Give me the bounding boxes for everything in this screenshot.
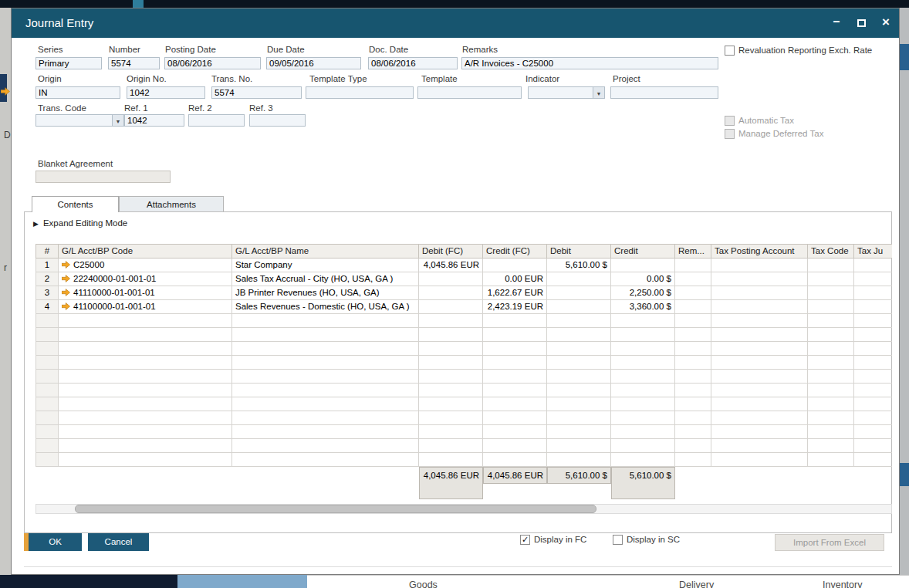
ref1-field[interactable]: 1042: [124, 114, 184, 127]
cell-tax-code[interactable]: [808, 342, 854, 356]
cell-debit[interactable]: 5,610.00 $: [547, 259, 611, 272]
cell-row-number[interactable]: [35, 328, 59, 342]
cell-row-number[interactable]: 2: [35, 272, 59, 286]
cell-row-number[interactable]: 4: [35, 300, 59, 314]
cell-row-number[interactable]: [35, 384, 59, 397]
cell-tax-code[interactable]: [808, 272, 854, 286]
cell-debit-fc[interactable]: [419, 439, 483, 453]
cell-tax-jurisdiction[interactable]: [854, 384, 892, 397]
expand-editing-mode[interactable]: ▶Expand Editing Mode: [33, 218, 127, 228]
cell-tax-code[interactable]: [808, 286, 854, 300]
cell-row-number[interactable]: [35, 314, 59, 328]
cell-tax-jurisdiction[interactable]: [854, 370, 892, 384]
cell-rem[interactable]: [675, 300, 711, 314]
cell-gl-acct-bp-code[interactable]: [59, 439, 232, 453]
cell-tax-jurisdiction[interactable]: [854, 397, 892, 411]
cell-tax-jurisdiction[interactable]: [854, 300, 892, 314]
cell-debit-fc[interactable]: [419, 272, 483, 286]
cell-tax-posting-account[interactable]: [711, 342, 808, 356]
cell-rem[interactable]: [675, 259, 711, 272]
cell-gl-acct-bp-code[interactable]: 41100000-01-001-01: [59, 300, 232, 314]
cell-tax-posting-account[interactable]: [711, 384, 808, 397]
cell-tax-posting-account[interactable]: [711, 397, 808, 411]
cell-credit[interactable]: [611, 439, 675, 453]
chevron-down-icon[interactable]: ▼: [112, 115, 123, 126]
cell-credit-fc[interactable]: [483, 356, 547, 370]
cell-tax-code[interactable]: [808, 411, 854, 425]
cell-gl-acct-bp-code[interactable]: [59, 328, 232, 342]
cell-credit-fc[interactable]: [483, 259, 547, 272]
cell-gl-acct-bp-name[interactable]: [232, 384, 419, 397]
cell-row-number[interactable]: [35, 342, 59, 356]
cell-credit-fc[interactable]: [483, 453, 547, 467]
close-icon[interactable]: ×: [877, 15, 894, 31]
cell-debit[interactable]: [547, 439, 611, 453]
cell-debit-fc[interactable]: [419, 370, 483, 384]
cell-debit[interactable]: [547, 328, 611, 342]
cell-credit-fc[interactable]: [483, 397, 547, 411]
cell-debit-fc[interactable]: [419, 411, 483, 425]
cell-credit-fc[interactable]: [483, 439, 547, 453]
cell-credit-fc[interactable]: [483, 370, 547, 384]
cell-debit[interactable]: [547, 397, 611, 411]
cell-rem[interactable]: [675, 342, 711, 356]
number-field[interactable]: 5574: [108, 57, 160, 69]
cell-tax-posting-account[interactable]: [711, 439, 808, 453]
cell-gl-acct-bp-name[interactable]: [232, 397, 419, 411]
cell-debit-fc[interactable]: [419, 328, 483, 342]
cell-gl-acct-bp-name[interactable]: [232, 453, 419, 467]
cell-gl-acct-bp-code[interactable]: [59, 397, 232, 411]
chevron-down-icon[interactable]: ▼: [593, 87, 604, 98]
cell-tax-posting-account[interactable]: [711, 286, 808, 300]
cell-credit-fc[interactable]: [483, 342, 547, 356]
cell-credit-fc[interactable]: [483, 411, 547, 425]
cell-row-number[interactable]: 3: [35, 286, 59, 300]
ok-button[interactable]: OK: [29, 533, 82, 551]
ref3-field[interactable]: [249, 114, 306, 127]
cell-gl-acct-bp-code[interactable]: [59, 425, 232, 439]
cell-debit-fc[interactable]: [419, 384, 483, 397]
cell-tax-code[interactable]: [808, 314, 854, 328]
cell-gl-acct-bp-code[interactable]: [59, 370, 232, 384]
cell-gl-acct-bp-name[interactable]: Sales Tax Accrual - City (HO, USA, GA ): [232, 272, 419, 286]
cell-gl-acct-bp-name[interactable]: JB Printer Revenues (HO, USA, GA): [232, 286, 419, 300]
cell-tax-code[interactable]: [808, 356, 854, 370]
link-arrow-icon[interactable]: [62, 273, 70, 286]
cell-tax-jurisdiction[interactable]: [854, 342, 892, 356]
remarks-field[interactable]: A/R Invoices - C25000: [461, 57, 718, 69]
origin-no-field[interactable]: 1042: [127, 86, 205, 99]
cell-credit[interactable]: [611, 314, 675, 328]
cell-gl-acct-bp-name[interactable]: [232, 314, 419, 328]
cell-gl-acct-bp-code[interactable]: [59, 411, 232, 425]
display-in-sc-checkbox[interactable]: [613, 535, 623, 545]
template-field[interactable]: [417, 86, 522, 99]
cell-rem[interactable]: [675, 384, 711, 397]
cell-rem[interactable]: [675, 439, 711, 453]
cell-debit-fc[interactable]: [419, 314, 483, 328]
cell-credit-fc[interactable]: [483, 314, 547, 328]
doc-date-field[interactable]: 08/06/2016: [368, 57, 458, 69]
cell-credit-fc[interactable]: 1,622.67 EUR: [483, 286, 547, 300]
cell-rem[interactable]: [675, 286, 711, 300]
cell-tax-jurisdiction[interactable]: [854, 425, 892, 439]
maximize-icon[interactable]: [853, 15, 870, 31]
cell-credit[interactable]: [611, 259, 675, 272]
cell-gl-acct-bp-name[interactable]: [232, 328, 419, 342]
cell-tax-code[interactable]: [808, 439, 854, 453]
cell-row-number[interactable]: [35, 439, 59, 453]
cell-debit[interactable]: [547, 370, 611, 384]
cell-credit[interactable]: 0.00 $: [611, 272, 675, 286]
trans-code-dropdown[interactable]: ▼: [35, 114, 124, 127]
cell-tax-posting-account[interactable]: [711, 259, 808, 272]
cell-row-number[interactable]: [35, 425, 59, 439]
tab-attachments[interactable]: Attachments: [119, 196, 224, 212]
cell-gl-acct-bp-name[interactable]: [232, 439, 419, 453]
cell-debit-fc[interactable]: [419, 425, 483, 439]
cell-gl-acct-bp-code[interactable]: 22240000-01-001-01: [59, 272, 232, 286]
cell-row-number[interactable]: [35, 411, 59, 425]
cell-credit[interactable]: [611, 370, 675, 384]
cell-row-number[interactable]: [35, 356, 59, 370]
link-arrow-icon[interactable]: [62, 301, 70, 314]
cell-credit-fc[interactable]: [483, 425, 547, 439]
link-arrow-icon[interactable]: [62, 259, 70, 272]
